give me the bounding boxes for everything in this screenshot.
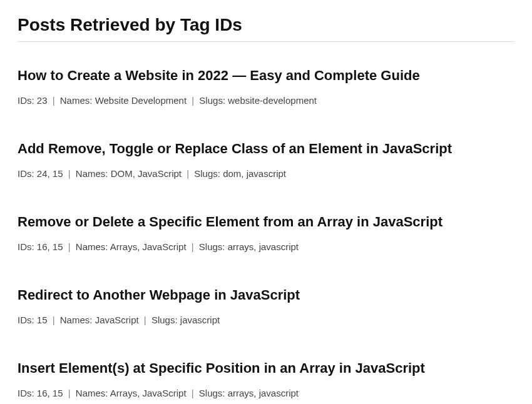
separator: | bbox=[192, 95, 194, 106]
post-title: Remove or Delete a Specific Element from… bbox=[18, 213, 514, 231]
ids-value: 16, 15 bbox=[37, 241, 63, 252]
separator: | bbox=[192, 388, 194, 398]
separator: | bbox=[192, 241, 194, 252]
slugs-value: dom, javascript bbox=[223, 168, 286, 179]
ids-label: IDs: bbox=[18, 241, 34, 252]
slugs-value: arrays, javascript bbox=[228, 241, 299, 252]
names-label: Names: bbox=[76, 388, 108, 398]
separator: | bbox=[187, 168, 189, 179]
page-title: Posts Retrieved by Tag IDs bbox=[18, 15, 514, 42]
slugs-label: Slugs: bbox=[199, 241, 225, 252]
names-label: Names: bbox=[76, 241, 108, 252]
ids-value: 24, 15 bbox=[37, 168, 63, 179]
slugs-label: Slugs: bbox=[194, 168, 220, 179]
ids-value: 16, 15 bbox=[37, 388, 63, 398]
separator: | bbox=[68, 241, 71, 252]
post-item: Add Remove, Toggle or Replace Class of a… bbox=[18, 140, 514, 181]
ids-value: 23 bbox=[37, 95, 48, 106]
slugs-value: arrays, javascript bbox=[228, 388, 299, 398]
separator: | bbox=[53, 315, 55, 325]
post-meta: IDs: 16, 15 | Names: Arrays, JavaScript … bbox=[18, 240, 514, 255]
post-meta: IDs: 23 | Names: Website Development | S… bbox=[18, 94, 514, 108]
ids-label: IDs: bbox=[18, 168, 34, 179]
names-value: Website Development bbox=[95, 95, 187, 106]
names-label: Names: bbox=[76, 168, 108, 179]
names-value: Arrays, JavaScript bbox=[110, 388, 187, 398]
names-label: Names: bbox=[60, 315, 93, 325]
post-title: Insert Element(s) at Specific Position i… bbox=[18, 360, 514, 378]
slugs-label: Slugs: bbox=[199, 95, 225, 106]
post-title: Add Remove, Toggle or Replace Class of a… bbox=[18, 140, 514, 158]
separator: | bbox=[68, 168, 71, 179]
separator: | bbox=[68, 388, 71, 398]
names-value: JavaScript bbox=[95, 315, 139, 325]
separator: | bbox=[144, 315, 146, 325]
slugs-label: Slugs: bbox=[199, 388, 225, 398]
names-label: Names: bbox=[60, 95, 93, 106]
post-meta: IDs: 24, 15 | Names: DOM, JavaScript | S… bbox=[18, 167, 514, 181]
post-item: Remove or Delete a Specific Element from… bbox=[18, 213, 514, 254]
post-meta: IDs: 16, 15 | Names: Arrays, JavaScript … bbox=[18, 386, 514, 401]
post-item: Insert Element(s) at Specific Position i… bbox=[18, 360, 514, 400]
slugs-value: website-development bbox=[228, 95, 317, 106]
ids-label: IDs: bbox=[18, 388, 34, 398]
ids-label: IDs: bbox=[18, 315, 34, 325]
separator: | bbox=[53, 95, 55, 106]
names-value: DOM, JavaScript bbox=[111, 168, 182, 179]
posts-list: How to Create a Website in 2022 — Easy a… bbox=[18, 67, 514, 400]
ids-value: 15 bbox=[37, 315, 48, 325]
post-item: How to Create a Website in 2022 — Easy a… bbox=[18, 67, 514, 108]
post-item: Redirect to Another Webpage in JavaScrip… bbox=[18, 286, 514, 327]
post-title: Redirect to Another Webpage in JavaScrip… bbox=[18, 286, 514, 305]
names-value: Arrays, JavaScript bbox=[110, 241, 187, 252]
slugs-value: javascript bbox=[180, 315, 220, 325]
post-meta: IDs: 15 | Names: JavaScript | Slugs: jav… bbox=[18, 313, 514, 328]
post-title: How to Create a Website in 2022 — Easy a… bbox=[18, 67, 514, 85]
slugs-label: Slugs: bbox=[151, 315, 178, 325]
ids-label: IDs: bbox=[18, 95, 34, 106]
